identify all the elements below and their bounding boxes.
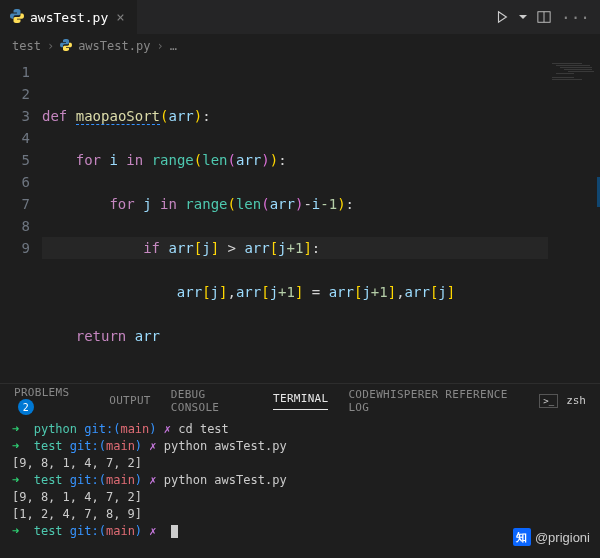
terminal-selector[interactable]: >_ zsh	[539, 394, 586, 408]
tab-debug-console[interactable]: DEBUG CONSOLE	[171, 388, 253, 414]
minimap[interactable]	[548, 57, 600, 357]
chevron-right-icon: ›	[47, 39, 54, 53]
line-number: 7	[0, 193, 30, 215]
line-number: 1	[0, 61, 30, 83]
code-area[interactable]: def maopaoSort(arr): for i in range(len(…	[42, 57, 548, 357]
tab-problems[interactable]: PROBLEMS 2	[14, 386, 89, 415]
tab-codewhisperer[interactable]: CODEWHISPERER REFERENCE LOG	[348, 388, 519, 414]
code-line: if arr[j] > arr[j+1]:	[42, 237, 548, 259]
code-line: return arr	[42, 325, 548, 347]
tab-terminal[interactable]: TERMINAL	[273, 392, 328, 410]
line-number: 2	[0, 83, 30, 105]
breadcrumb[interactable]: test › awsTest.py › …	[0, 35, 600, 57]
editor-actions: ···	[495, 8, 600, 27]
zhihu-logo-icon: 知	[513, 528, 531, 546]
code-editor[interactable]: 1 2 3 4 5 6 7 8 9 def maopaoSort(arr): f…	[0, 57, 600, 357]
run-dropdown-icon[interactable]	[519, 13, 527, 21]
terminal-line: ➜ test git:(main) ✗	[12, 523, 588, 540]
tab-filename: awsTest.py	[30, 10, 108, 25]
code-line: def maopaoSort(arr):	[42, 105, 548, 127]
terminal-line: [9, 8, 1, 4, 7, 2]	[12, 489, 588, 506]
terminal-line: [9, 8, 1, 4, 7, 2]	[12, 455, 588, 472]
run-icon[interactable]	[495, 10, 509, 24]
panel-tabs: PROBLEMS 2 OUTPUT DEBUG CONSOLE TERMINAL…	[0, 384, 600, 417]
close-tab-icon[interactable]: ×	[114, 7, 126, 27]
code-line: for j in range(len(arr)-i-1):	[42, 193, 548, 215]
terminal-line: ➜ test git:(main) ✗ python awsTest.py	[12, 438, 588, 455]
python-file-icon	[60, 39, 72, 54]
tab-output[interactable]: OUTPUT	[109, 394, 151, 407]
problems-badge: 2	[18, 399, 34, 415]
chevron-right-icon: ›	[156, 39, 163, 53]
split-editor-icon[interactable]	[537, 10, 551, 24]
bottom-panel: PROBLEMS 2 OUTPUT DEBUG CONSOLE TERMINAL…	[0, 383, 600, 558]
line-number: 9	[0, 237, 30, 259]
code-line: for i in range(len(arr)):	[42, 149, 548, 171]
terminal[interactable]: ➜ python git:(main) ✗ cd test➜ test git:…	[0, 417, 600, 544]
line-number-gutter: 1 2 3 4 5 6 7 8 9	[0, 57, 42, 357]
line-number: 8	[0, 215, 30, 237]
terminal-line: [1, 2, 4, 7, 8, 9]	[12, 506, 588, 523]
python-file-icon	[10, 9, 24, 26]
code-line: arr[j],arr[j+1] = arr[j+1],arr[j]	[42, 281, 548, 303]
breadcrumb-more[interactable]: …	[170, 39, 177, 53]
terminal-line: ➜ test git:(main) ✗ python awsTest.py	[12, 472, 588, 489]
line-number: 5	[0, 149, 30, 171]
tab-bar: awsTest.py × ···	[0, 0, 600, 35]
more-actions-icon[interactable]: ···	[561, 8, 590, 27]
terminal-shell-label: zsh	[566, 394, 586, 407]
breadcrumb-file[interactable]: awsTest.py	[78, 39, 150, 53]
terminal-line: ➜ python git:(main) ✗ cd test	[12, 421, 588, 438]
watermark: 知 @prigioni	[513, 528, 590, 546]
line-number: 4	[0, 127, 30, 149]
editor-tab[interactable]: awsTest.py ×	[0, 0, 137, 35]
line-number: 3	[0, 105, 30, 127]
breadcrumb-folder[interactable]: test	[12, 39, 41, 53]
terminal-launch-icon: >_	[539, 394, 558, 408]
line-number: 6	[0, 171, 30, 193]
watermark-text: @prigioni	[535, 530, 590, 545]
